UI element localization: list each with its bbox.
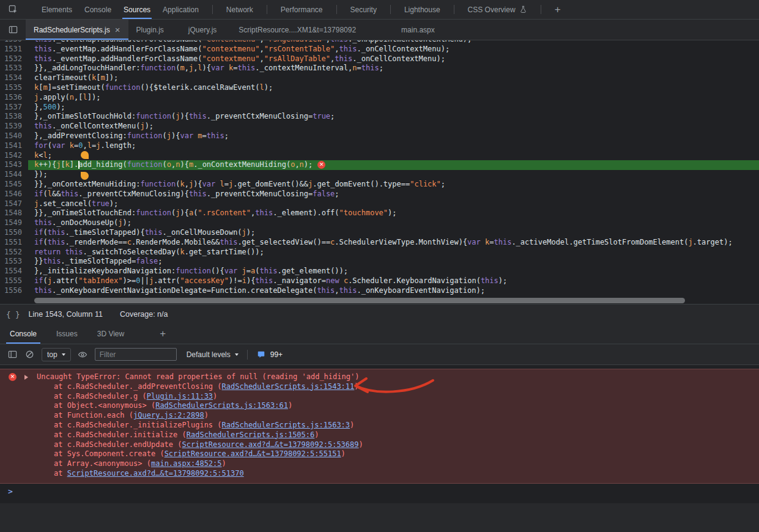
drawer-tab-label: Console xyxy=(10,330,37,338)
stack-frame-text: ) xyxy=(314,430,319,439)
file-tab-label: RadSchedulerScripts.js xyxy=(34,26,110,34)
horizontal-scrollbar[interactable] xyxy=(0,297,759,304)
stack-frame-text: at Object.<anonymous> ( xyxy=(54,401,155,410)
file-tab-label: main.aspx xyxy=(401,26,435,34)
line-number[interactable]: 1548 xyxy=(0,209,28,218)
stack-frame: at c.RadScheduler.initialize (RadSchedul… xyxy=(9,430,754,440)
clear-console-icon[interactable] xyxy=(24,349,35,360)
line-number[interactable]: 1555 xyxy=(0,276,28,286)
stack-link[interactable]: Plugin.js:11:33 xyxy=(147,392,213,401)
stack-link[interactable]: jQuery.js:2:2898 xyxy=(133,411,204,419)
console-filter-input[interactable] xyxy=(95,348,177,361)
source-editor[interactable]: 1530this._eventMap.addHandlerForClassNam… xyxy=(0,40,759,304)
stack-link[interactable]: ScriptResource.axd?d…&t=13798092:5:55151 xyxy=(165,449,341,458)
code-line: 1543k++){j[k].add_hiding(function(o,n){m… xyxy=(0,160,759,170)
code-text: this._eventMap.addHandlerForClassName("c… xyxy=(28,40,759,45)
log-levels-dropdown[interactable]: Default levels xyxy=(187,350,239,359)
scrollbar-thumb[interactable] xyxy=(34,298,685,303)
tab-sources[interactable]: Sources xyxy=(117,0,157,19)
js-context-selector[interactable]: top xyxy=(42,348,71,361)
line-number[interactable]: 1551 xyxy=(0,238,28,248)
tab-security[interactable]: Security xyxy=(344,0,383,19)
tabbar-divider xyxy=(212,5,213,14)
file-tab-main-aspx[interactable]: main.aspx xyxy=(393,20,443,40)
context-label: top xyxy=(47,350,57,359)
stack-link[interactable]: RadSchedulerScripts.js:1563:3 xyxy=(222,421,350,429)
issues-counter[interactable]: 99+ xyxy=(256,349,283,360)
stack-link[interactable]: ScriptResource.axd?d…&t=13798092:5:51370 xyxy=(67,469,244,478)
code-line: 1534clearTimeout(k[m]); xyxy=(0,73,759,83)
drawer-tab-3d-view[interactable]: 3D View xyxy=(87,324,134,344)
stack-frame-text: at c.RadScheduler.endUpdate ( xyxy=(54,440,182,449)
more-tools-button[interactable]: + xyxy=(549,4,567,16)
line-number[interactable]: 1531 xyxy=(0,45,28,54)
stack-link[interactable]: main.aspx:4852:5 xyxy=(151,459,222,468)
code-lines: 1530this._eventMap.addHandlerForClassNam… xyxy=(0,40,759,296)
tab-application[interactable]: Application xyxy=(157,0,205,19)
code-line: 1555if(j.attr("tabIndex")>=0||j.attr("ac… xyxy=(0,276,759,286)
pretty-print-icon[interactable]: { } xyxy=(6,310,20,319)
drawer-tab-console[interactable]: Console xyxy=(0,324,46,344)
file-tab-radschedulerscripts-js[interactable]: RadSchedulerScripts.js xyxy=(26,20,128,40)
line-number[interactable]: 1541 xyxy=(0,141,28,151)
line-number[interactable]: 1537 xyxy=(0,103,28,113)
file-tab-plugin-js[interactable]: Plugin.js xyxy=(128,20,172,40)
code-text: }},_addLongTouchHandler:function(m,j,l){… xyxy=(28,64,759,73)
tab-label: Sources xyxy=(124,6,150,14)
line-number[interactable]: 1530 xyxy=(0,40,28,45)
navigator-toggle-icon[interactable] xyxy=(7,24,18,35)
file-tab-jquery-js[interactable]: jQuery.js xyxy=(180,20,224,40)
tab-elements[interactable]: Elements xyxy=(35,0,78,19)
tab-performance[interactable]: Performance xyxy=(275,0,329,19)
inspect-element-icon[interactable] xyxy=(7,4,18,15)
line-number[interactable]: 1553 xyxy=(0,257,28,267)
tab-console[interactable]: Console xyxy=(78,0,117,19)
stack-link[interactable]: ScriptResource.axd?d…&t=13798092:5:53689 xyxy=(182,440,359,449)
line-number[interactable]: 1549 xyxy=(0,218,28,228)
close-tab-icon[interactable] xyxy=(115,25,120,34)
stack-link[interactable]: RadSchedulerScripts.js:1505:6 xyxy=(187,430,315,439)
line-number[interactable]: 1538 xyxy=(0,112,28,122)
line-number[interactable]: 1544 xyxy=(0,170,28,180)
line-number[interactable]: 1536 xyxy=(0,93,28,103)
live-expression-eye-icon[interactable] xyxy=(78,349,88,360)
line-number[interactable]: 1533 xyxy=(0,64,28,73)
tabbar-divider xyxy=(336,5,337,14)
line-number[interactable]: 1532 xyxy=(0,54,28,64)
file-tab-label: jQuery.js xyxy=(188,26,217,34)
console-prompt[interactable] xyxy=(0,485,759,498)
line-number[interactable]: 1545 xyxy=(0,180,28,190)
code-text: }}this._timeSlotTapped=false; xyxy=(28,257,759,267)
line-number[interactable]: 1556 xyxy=(0,286,28,296)
file-tab-label: ScriptResource....XM1&t=13798092 xyxy=(239,26,356,34)
line-number[interactable]: 1534 xyxy=(0,73,28,83)
line-number[interactable]: 1547 xyxy=(0,199,28,209)
stack-frame: at Sys.Component.create (ScriptResource.… xyxy=(9,449,754,459)
line-number[interactable]: 1554 xyxy=(0,267,28,276)
file-tab-scriptresource-xm1-t-13798092[interactable]: ScriptResource....XM1&t=13798092 xyxy=(231,20,364,40)
stack-link[interactable]: RadSchedulerScripts.js:1543:11 xyxy=(222,382,355,391)
tab-lighthouse[interactable]: Lighthouse xyxy=(398,0,446,19)
stack-link[interactable]: RadSchedulerScripts.js:1563:61 xyxy=(155,401,288,410)
stack-frame-text: ) xyxy=(222,459,226,468)
selection-handle-icon[interactable] xyxy=(81,151,89,159)
drawer-tab-issues[interactable]: Issues xyxy=(46,324,87,344)
tab-label: Elements xyxy=(42,6,72,14)
console-sidebar-icon[interactable] xyxy=(7,349,18,360)
line-number[interactable]: 1550 xyxy=(0,228,28,238)
line-number[interactable]: 1535 xyxy=(0,83,28,93)
devtools-window: ElementsConsoleSourcesApplicationNetwork… xyxy=(0,0,759,532)
issues-message-icon xyxy=(256,349,267,360)
expand-stack-icon[interactable] xyxy=(24,375,28,380)
line-number[interactable]: 1546 xyxy=(0,190,28,199)
line-number[interactable]: 1542 xyxy=(0,151,28,161)
tab-css-overview[interactable]: CSS Overview xyxy=(462,0,533,19)
line-number[interactable]: 1540 xyxy=(0,131,28,141)
tab-label: Performance xyxy=(281,6,323,14)
code-line: 1538},_onTimeSlotTouchHold:function(j){t… xyxy=(0,112,759,122)
add-drawer-tab-button[interactable]: + xyxy=(151,328,174,340)
tab-network[interactable]: Network xyxy=(220,0,259,19)
line-number[interactable]: 1539 xyxy=(0,122,28,131)
line-number[interactable]: 1543 xyxy=(0,160,28,170)
line-number[interactable]: 1552 xyxy=(0,248,28,257)
